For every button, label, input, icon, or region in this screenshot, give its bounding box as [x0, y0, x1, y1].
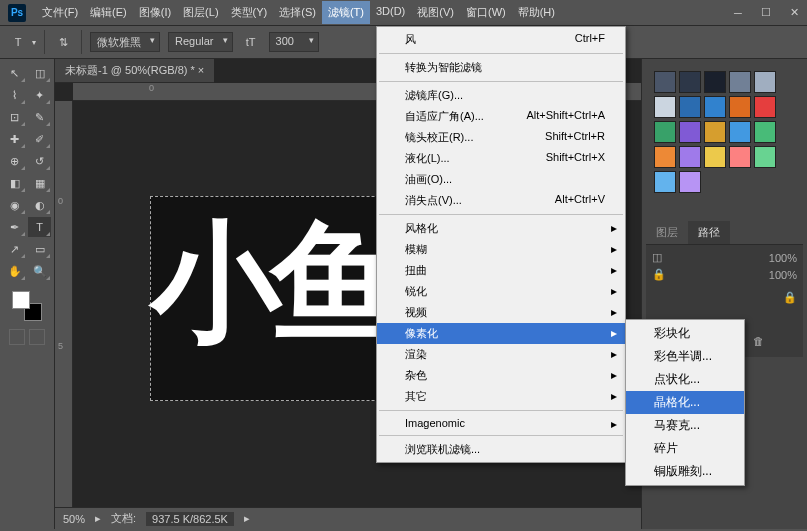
menu-item-扭曲[interactable]: 扭曲	[377, 260, 625, 281]
menu-item-转换为智能滤镜[interactable]: 转换为智能滤镜	[377, 57, 625, 78]
swatch[interactable]	[729, 96, 751, 118]
healing-tool[interactable]: ✚	[3, 129, 26, 149]
swatch[interactable]	[704, 121, 726, 143]
close-button[interactable]: ✕	[781, 3, 807, 23]
minimize-button[interactable]: ─	[725, 3, 751, 23]
swatch[interactable]	[654, 71, 676, 93]
menu-item-锐化[interactable]: 锐化	[377, 281, 625, 302]
swatch[interactable]	[729, 146, 751, 168]
menu-窗口W[interactable]: 窗口(W)	[460, 1, 512, 24]
swatch[interactable]	[654, 171, 676, 193]
menu-滤镜T[interactable]: 滤镜(T)	[322, 1, 370, 24]
hand-tool[interactable]: ✋	[3, 261, 26, 281]
menu-item-风[interactable]: 风Ctrl+F	[377, 29, 625, 50]
swatch[interactable]	[754, 121, 776, 143]
swatch[interactable]	[754, 71, 776, 93]
menu-item-浏览联机滤镜...[interactable]: 浏览联机滤镜...	[377, 439, 625, 460]
lock-layer-icon[interactable]: 🔒	[783, 291, 797, 304]
menu-item-Imagenomic[interactable]: Imagenomic	[377, 414, 625, 432]
menu-文件F[interactable]: 文件(F)	[36, 1, 84, 24]
marquee-tool[interactable]: ◫	[28, 63, 51, 83]
type-tool[interactable]: T	[28, 217, 51, 237]
zoom-tool[interactable]: 🔍	[28, 261, 51, 281]
swatch[interactable]	[754, 146, 776, 168]
document-info[interactable]: 937.5 K/862.5K	[146, 512, 234, 526]
swatch[interactable]	[679, 171, 701, 193]
crop-tool[interactable]: ⊡	[3, 107, 26, 127]
submenu-item-点状化...[interactable]: 点状化...	[626, 368, 744, 391]
swatch[interactable]	[654, 146, 676, 168]
menu-item-视频[interactable]: 视频	[377, 302, 625, 323]
menu-item-杂色[interactable]: 杂色	[377, 365, 625, 386]
submenu-item-晶格化...[interactable]: 晶格化...	[626, 391, 744, 414]
menu-选择S[interactable]: 选择(S)	[273, 1, 322, 24]
zoom-level[interactable]: 50%	[63, 513, 85, 525]
brush-tool[interactable]: ✐	[28, 129, 51, 149]
submenu-item-铜版雕刻...[interactable]: 铜版雕刻...	[626, 460, 744, 483]
swatch[interactable]	[729, 121, 751, 143]
history-tool[interactable]: ↺	[28, 151, 51, 171]
maximize-button[interactable]: ☐	[753, 3, 779, 23]
swatch[interactable]	[679, 71, 701, 93]
submenu-item-马赛克...[interactable]: 马赛克...	[626, 414, 744, 437]
quickmask-icon[interactable]	[9, 329, 25, 345]
dropdown-arrow-icon[interactable]: ▾	[32, 38, 36, 47]
orientation-icon[interactable]: ⇅	[53, 32, 73, 52]
wand-tool[interactable]: ✦	[28, 85, 51, 105]
swatch[interactable]	[679, 121, 701, 143]
lock-icon[interactable]: 🔒	[652, 268, 666, 281]
lasso-tool[interactable]: ⌇	[3, 85, 26, 105]
menu-3DD[interactable]: 3D(D)	[370, 1, 411, 24]
move-tool[interactable]: ↖	[3, 63, 26, 83]
status-arrow-icon[interactable]: ▸	[244, 512, 250, 525]
blur-tool[interactable]: ◉	[3, 195, 26, 215]
opacity-value[interactable]: 100%	[769, 252, 797, 264]
trash-icon[interactable]: 🗑	[753, 335, 764, 347]
document-tab[interactable]: 未标题-1 @ 50%(RGB/8) * ×	[55, 59, 214, 83]
menu-item-镜头校正(R)...[interactable]: 镜头校正(R)...Shift+Ctrl+R	[377, 127, 625, 148]
dodge-tool[interactable]: ◐	[28, 195, 51, 215]
menu-item-消失点(V)...[interactable]: 消失点(V)...Alt+Ctrl+V	[377, 190, 625, 211]
menu-图层L[interactable]: 图层(L)	[177, 1, 224, 24]
swatch[interactable]	[704, 96, 726, 118]
font-weight-dropdown[interactable]: Regular	[168, 32, 233, 52]
path-tool[interactable]: ↗	[3, 239, 26, 259]
swatch[interactable]	[704, 146, 726, 168]
swatch[interactable]	[704, 71, 726, 93]
shape-tool[interactable]: ▭	[28, 239, 51, 259]
menu-item-油画(O)...[interactable]: 油画(O)...	[377, 169, 625, 190]
panel-tab-图层[interactable]: 图层	[646, 221, 688, 244]
panel-tab-路径[interactable]: 路径	[688, 221, 730, 244]
swatch[interactable]	[654, 96, 676, 118]
menu-编辑E[interactable]: 编辑(E)	[84, 1, 133, 24]
menu-视图V[interactable]: 视图(V)	[411, 1, 460, 24]
swatch[interactable]	[754, 96, 776, 118]
gradient-tool[interactable]: ▦	[28, 173, 51, 193]
screenmode-icon[interactable]	[29, 329, 45, 345]
menu-item-渲染[interactable]: 渲染	[377, 344, 625, 365]
swatch[interactable]	[679, 146, 701, 168]
menu-item-滤镜库(G)...[interactable]: 滤镜库(G)...	[377, 85, 625, 106]
stamp-tool[interactable]: ⊕	[3, 151, 26, 171]
eraser-tool[interactable]: ◧	[3, 173, 26, 193]
foreground-color[interactable]	[12, 291, 30, 309]
submenu-item-彩块化[interactable]: 彩块化	[626, 322, 744, 345]
fill-value[interactable]: 100%	[769, 269, 797, 281]
font-family-dropdown[interactable]: 微软雅黑	[90, 32, 160, 52]
color-swatches[interactable]	[12, 291, 42, 321]
menu-item-自适应广角(A)...[interactable]: 自适应广角(A)...Alt+Shift+Ctrl+A	[377, 106, 625, 127]
menu-图像I[interactable]: 图像(I)	[133, 1, 177, 24]
menu-item-风格化[interactable]: 风格化	[377, 218, 625, 239]
font-size-input[interactable]: 300	[269, 32, 319, 52]
pen-tool[interactable]: ✒	[3, 217, 26, 237]
menu-item-液化(L)...[interactable]: 液化(L)...Shift+Ctrl+X	[377, 148, 625, 169]
swatch[interactable]	[729, 71, 751, 93]
menu-item-模糊[interactable]: 模糊	[377, 239, 625, 260]
menu-帮助H[interactable]: 帮助(H)	[512, 1, 561, 24]
submenu-item-彩色半调...[interactable]: 彩色半调...	[626, 345, 744, 368]
menu-类型Y[interactable]: 类型(Y)	[225, 1, 274, 24]
eyedropper-tool[interactable]: ✎	[28, 107, 51, 127]
menu-item-像素化[interactable]: 像素化	[377, 323, 625, 344]
submenu-item-碎片[interactable]: 碎片	[626, 437, 744, 460]
swatch[interactable]	[679, 96, 701, 118]
